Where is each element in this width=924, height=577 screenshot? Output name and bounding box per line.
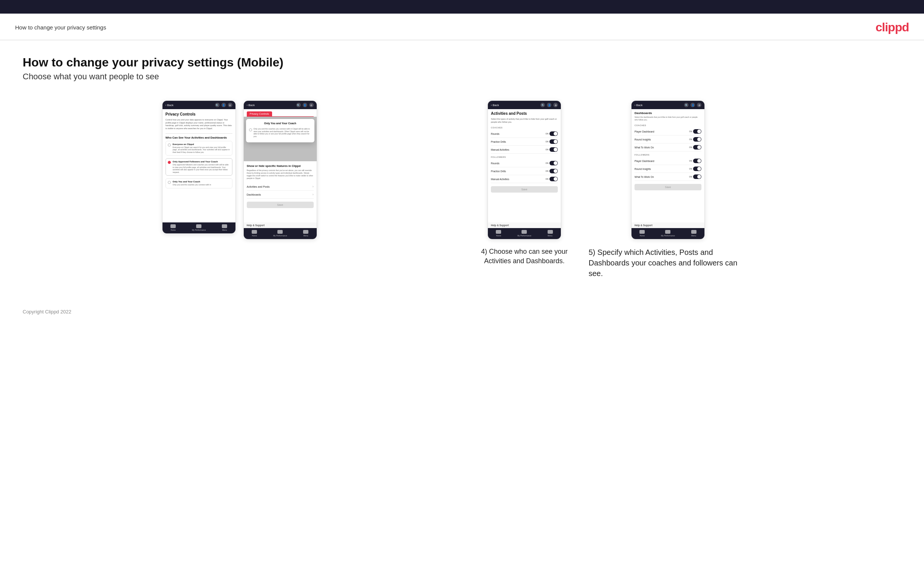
screen1-bottom-nav: Home My Performance Menu — [163, 222, 236, 234]
search-icon[interactable]: 🔍 — [215, 103, 220, 107]
option-youcoach[interactable]: Only You and Your Coach Only you and the… — [166, 178, 233, 189]
bottom-nav-perf-1[interactable]: My Performance — [192, 224, 206, 231]
bottom-nav-perf-2[interactable]: My Performance — [273, 230, 287, 237]
s4-coach-insights-toggle[interactable] — [693, 137, 701, 142]
option-approved-text: Only Approved Followers and Your Coach O… — [173, 161, 230, 173]
popup-desc: Only you and the coaches you connect wit… — [254, 127, 312, 137]
radio-approved — [168, 161, 171, 164]
follower-drills-toggle-group: ON — [546, 169, 558, 173]
bottom-nav-menu-2[interactable]: Menu — [303, 230, 309, 237]
coach-rounds-toggle[interactable] — [549, 131, 558, 136]
s4-coach-player-label: Player Dashboard — [635, 130, 654, 133]
bottom-nav-perf-3[interactable]: My Performance — [517, 230, 531, 237]
header: How to change your privacy settings clip… — [0, 14, 924, 40]
coach-drills-toggle-group: ON — [546, 139, 558, 144]
followers-label: FOLLOWERS — [491, 156, 558, 158]
screen1-section-text: Control how you and your data appears to… — [166, 119, 233, 130]
search-icon-4[interactable]: 🔍 — [684, 103, 688, 107]
activities-posts-row[interactable]: Activities and Posts › — [247, 183, 314, 191]
save-button-3[interactable]: Save — [491, 186, 558, 193]
back-button-3[interactable]: ‹ Back — [491, 103, 499, 107]
page-title: How to change your privacy settings (Mob… — [23, 55, 901, 69]
follower-rounds-row: Rounds ON — [491, 160, 558, 167]
s4-coach-player-toggle[interactable] — [693, 129, 701, 134]
person-icon-4[interactable]: 👤 — [690, 103, 695, 107]
follower-rounds-toggle[interactable] — [549, 161, 558, 165]
follower-drills-toggle[interactable] — [549, 169, 558, 173]
person-icon-3[interactable]: 👤 — [547, 103, 551, 107]
screen2-bottom-nav: Home My Performance Menu — [244, 228, 317, 239]
bottom-nav-menu-3[interactable]: Menu — [548, 230, 553, 237]
screenshots-row: ‹ Back 🔍 👤 ⚙ Privacy Controls Control ho… — [23, 100, 901, 279]
bottom-nav-menu-1[interactable]: Menu — [222, 224, 227, 231]
coach-manual-toggle[interactable] — [549, 147, 558, 152]
option-approved[interactable]: Only Approved Followers and Your Coach O… — [166, 158, 233, 176]
caption-4: 5) Specify which Activities, Posts and D… — [589, 247, 748, 279]
s4-follower-insights-label: Round Insights — [635, 168, 651, 170]
settings-icon-3[interactable]: ⚙ — [553, 103, 558, 107]
radio-youcoach — [168, 181, 171, 184]
popup-box: Only You and Your Coach Only you and the… — [246, 119, 314, 142]
logo: clippd — [876, 20, 909, 34]
screenshot-pair-1: ‹ Back 🔍 👤 ⚙ Privacy Controls Control ho… — [162, 100, 317, 239]
screen4-followers-label: FOLLOWERS — [635, 154, 701, 156]
screenshot-group-1: ‹ Back 🔍 👤 ⚙ Privacy Controls Control ho… — [23, 100, 457, 239]
follower-manual-toggle[interactable] — [549, 177, 558, 181]
perf-icon-4 — [665, 230, 670, 234]
bottom-nav-home-1[interactable]: Home — [170, 224, 176, 231]
bottom-nav-home-3[interactable]: Home — [496, 230, 501, 237]
show-hide-title: Show or hide specific features in Clippd — [247, 164, 314, 168]
coach-manual-row: Manual Activities ON — [491, 146, 558, 154]
option-everyone[interactable]: Everyone on Clippd Everyone on Clippd ca… — [166, 141, 233, 156]
s4-coach-workon-row: What To Work On ON — [635, 143, 701, 152]
s4-coach-workon-toggle[interactable] — [693, 145, 701, 150]
s4-follower-insights-row: Round Insights ON — [635, 165, 701, 173]
coach-rounds-row: Rounds ON — [491, 130, 558, 138]
settings-icon[interactable]: ⚙ — [228, 103, 233, 107]
home-icon-4 — [640, 230, 645, 234]
screen4-content: Dashboards Select the dashboards that yo… — [632, 109, 704, 222]
coach-drills-toggle[interactable] — [549, 139, 558, 144]
back-button-4[interactable]: ‹ Back — [635, 103, 643, 107]
menu-icon-3 — [548, 230, 553, 234]
s4-follower-workon-row: What To Work On ON — [635, 173, 701, 181]
s4-follower-insights-toggle[interactable] — [693, 166, 701, 171]
save-button-4[interactable]: Save — [635, 184, 701, 190]
home-icon-2 — [252, 230, 257, 234]
follower-drills-label: Practice Drills — [491, 170, 506, 172]
bottom-nav-home-2[interactable]: Home — [252, 230, 257, 237]
person-icon-2[interactable]: 👤 — [303, 103, 307, 107]
coach-drills-label: Practice Drills — [491, 140, 506, 143]
screen2-frame: ‹ Back 🔍 👤 ⚙ Privacy Controls — [243, 100, 317, 239]
s4-follower-player-toggle[interactable] — [693, 159, 701, 163]
screenshot-group-2: ‹ Back 🔍 👤 ⚙ Activities and Posts Select… — [468, 100, 902, 279]
settings-icon-4[interactable]: ⚙ — [697, 103, 701, 107]
screen4-frame: ‹ Back 🔍 👤 ⚙ Dashboards Select the dashb… — [631, 100, 705, 239]
popup-title: Only You and Your Coach — [249, 122, 312, 125]
nav-icons-2: 🔍 👤 ⚙ — [296, 103, 314, 107]
search-icon-3[interactable]: 🔍 — [540, 103, 545, 107]
privacy-tab: Privacy Controls — [247, 111, 272, 116]
search-icon-2[interactable]: 🔍 — [296, 103, 301, 107]
bottom-nav-perf-4[interactable]: My Performance — [661, 230, 675, 237]
radio-everyone — [168, 143, 171, 147]
header-title: How to change your privacy settings — [15, 24, 106, 31]
perf-icon-3 — [522, 230, 527, 234]
person-icon[interactable]: 👤 — [221, 103, 226, 107]
save-button-2[interactable]: Save — [247, 201, 314, 208]
back-button-2[interactable]: ‹ Back — [247, 103, 255, 107]
page-subtitle: Choose what you want people to see — [23, 72, 901, 82]
bottom-nav-home-4[interactable]: Home — [640, 230, 645, 237]
show-hide-text: Regardless of the privacy controls that … — [247, 169, 314, 180]
dashboards-row[interactable]: Dashboards › — [247, 191, 314, 198]
s4-follower-workon-label: What To Work On — [635, 176, 654, 178]
back-button-1[interactable]: ‹ Back — [166, 103, 173, 107]
s4-follower-workon-toggle[interactable] — [693, 174, 701, 179]
s4-coach-insights-label: Round Insights — [635, 138, 651, 141]
bottom-nav-menu-4[interactable]: Menu — [691, 230, 696, 237]
screen4-subtitle: Select the dashboards that you'd like to… — [635, 116, 701, 121]
screen4-coaches-label: COACHES — [635, 124, 701, 126]
settings-icon-2[interactable]: ⚙ — [309, 103, 314, 107]
s4-follower-player-label: Player Dashboard — [635, 160, 654, 162]
coaches-label: COACHES — [491, 126, 558, 129]
